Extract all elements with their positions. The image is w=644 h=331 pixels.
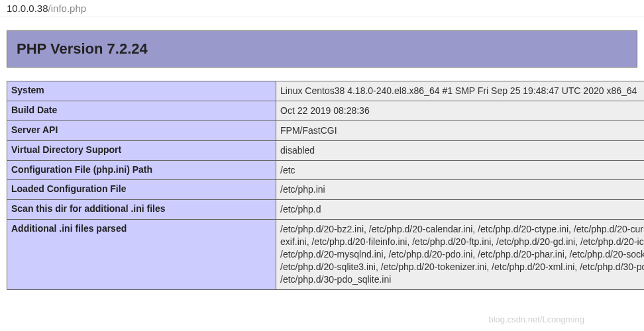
table-row: Build DateOct 22 2019 08:28:36 [7,101,645,120]
config-value: /etc/php.d [276,200,645,220]
config-key: System [7,81,276,101]
config-value: /etc/php.d/20-bz2.ini, /etc/php.d/20-cal… [276,220,645,289]
config-key: Additional .ini files parsed [7,220,276,289]
table-row: Scan this dir for additional .ini files/… [7,200,645,220]
config-value: /etc/php.ini [276,180,645,200]
config-key: Loaded Configuration File [7,180,276,200]
table-row: Additional .ini files parsed/etc/php.d/2… [7,220,645,289]
table-row: Virtual Directory Supportdisabled [7,140,645,160]
config-value: FPM/FastCGI [276,120,645,140]
config-value: disabled [276,140,645,160]
url-path: /info.php [48,3,87,14]
page-title: PHP Version 7.2.24 [17,40,627,58]
table-row: Loaded Configuration File/etc/php.ini [7,180,645,200]
config-key: Server API [7,120,276,140]
table-row: Configuration File (php.ini) Path/etc [7,160,645,180]
php-version-header: PHP Version 7.2.24 [7,30,637,68]
table-row: SystemLinux Centos38 4.18.0-240.el8.x86_… [7,81,645,101]
address-bar[interactable]: 10.0.0.38/info.php [0,0,644,17]
table-row: Server APIFPM/FastCGI [7,120,645,140]
url-host: 10.0.0.38 [7,3,48,14]
config-key: Build Date [7,101,276,120]
config-key: Configuration File (php.ini) Path [7,160,276,180]
config-value: Oct 22 2019 08:28:36 [276,101,645,120]
config-key: Scan this dir for additional .ini files [7,200,276,220]
phpinfo-table: SystemLinux Centos38 4.18.0-240.el8.x86_… [7,81,644,290]
page-content: PHP Version 7.2.24 SystemLinux Centos38 … [0,17,644,290]
config-key: Virtual Directory Support [7,140,276,160]
config-value: Linux Centos38 4.18.0-240.el8.x86_64 #1 … [276,81,645,101]
config-value: /etc [276,160,645,180]
